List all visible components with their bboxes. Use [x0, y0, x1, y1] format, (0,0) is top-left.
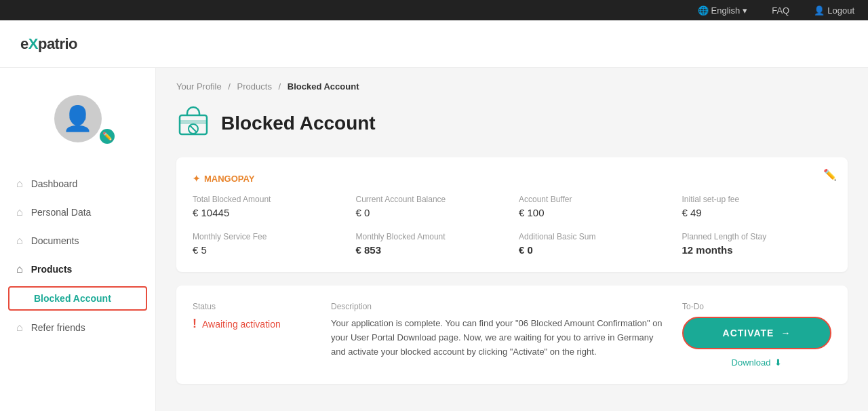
mangopay-logo: ✦ MANGOPAY: [193, 174, 831, 184]
activate-label: ACTIVATE: [723, 328, 774, 338]
logo-x: X: [28, 35, 38, 52]
info-label-setup-fee: Initial set-up fee: [682, 195, 832, 204]
description-text: Your application is complete. You can fi…: [331, 317, 666, 359]
avatar-edit-button[interactable]: ✏️: [100, 129, 115, 144]
breadcrumb-current: Blocked Account: [288, 81, 359, 92]
info-label-additional-basic: Additional Basic Sum: [519, 232, 669, 241]
mangopay-icon: ✦: [193, 174, 200, 184]
info-value-monthly-blocked: € 853: [356, 244, 382, 256]
avatar-section: 👤 ✏️: [0, 81, 155, 156]
svg-line-3: [190, 125, 197, 132]
download-icon: ⬇: [774, 357, 782, 368]
status-value-row: ! Awaiting activation: [193, 317, 315, 331]
arrow-right-icon: →: [781, 328, 791, 338]
header: eXpatrio: [0, 20, 868, 68]
globe-icon: 🌐: [698, 5, 709, 16]
todo-section: To-Do ACTIVATE → Download ⬇: [682, 302, 831, 368]
info-value-planned-stay: 12 months: [682, 244, 733, 256]
info-label-planned-stay: Planned Length of Stay: [682, 232, 832, 241]
layout: 👤 ✏️ ⌂ Dashboard ⌂ Personal Data ⌂ Docum…: [0, 68, 868, 411]
sidebar-item-refer-friends[interactable]: ⌂ Refer friends: [0, 313, 155, 342]
activate-button[interactable]: ACTIVATE →: [682, 317, 831, 349]
info-planned-stay: Planned Length of Stay 12 months: [682, 232, 832, 256]
info-value-current-balance: € 0: [356, 207, 370, 218]
sidebar-label-documents: Documents: [31, 235, 79, 246]
account-edit-button[interactable]: ✏️: [823, 168, 837, 181]
info-value-account-buffer: € 100: [519, 207, 545, 218]
page-title-row: Blocked Account: [176, 105, 848, 141]
refer-icon: ⌂: [16, 321, 23, 334]
info-additional-basic: Additional Basic Sum € 0: [519, 232, 669, 256]
sidebar-item-personal-data[interactable]: ⌂ Personal Data: [0, 198, 155, 227]
sidebar-item-documents[interactable]: ⌂ Documents: [0, 227, 155, 255]
info-value-total-blocked: € 10445: [193, 207, 229, 218]
info-value-additional-basic: € 0: [519, 244, 533, 256]
info-monthly-blocked: Monthly Blocked Amount € 853: [356, 232, 506, 256]
download-label: Download: [732, 357, 771, 368]
download-link[interactable]: Download ⬇: [682, 357, 831, 368]
sidebar-label-personal-data: Personal Data: [31, 207, 92, 218]
description-column-label: Description: [331, 302, 666, 311]
todo-column-label: To-Do: [682, 302, 831, 311]
top-bar: 🌐 English ▾ FAQ 👤 Logout: [0, 0, 868, 20]
main-content: Your Profile / Products / Blocked Accoun…: [156, 68, 868, 411]
avatar: 👤: [54, 95, 102, 142]
sidebar: 👤 ✏️ ⌂ Dashboard ⌂ Personal Data ⌂ Docum…: [0, 68, 156, 411]
sidebar-label-products: Products: [31, 264, 73, 275]
description-section: Description Your application is complete…: [331, 302, 666, 368]
info-monthly-fee: Monthly Service Fee € 5: [193, 232, 342, 256]
blocked-account-label: Blocked Account: [34, 293, 111, 304]
faq-link[interactable]: FAQ: [758, 0, 803, 20]
sidebar-label-refer: Refer friends: [31, 322, 85, 333]
breadcrumb-products[interactable]: Products: [237, 81, 272, 92]
info-current-balance: Current Account Balance € 0: [356, 195, 506, 218]
info-label-monthly-blocked: Monthly Blocked Amount: [356, 232, 506, 241]
breadcrumb: Your Profile / Products / Blocked Accoun…: [176, 81, 848, 92]
mangopay-label: MANGOPAY: [204, 174, 254, 184]
user-avatar-icon: 👤: [62, 104, 93, 133]
status-text: Awaiting activation: [202, 319, 281, 330]
sidebar-item-products[interactable]: ⌂ Products: [0, 255, 155, 283]
breadcrumb-profile[interactable]: Your Profile: [176, 81, 222, 92]
user-icon: 👤: [814, 5, 825, 16]
info-setup-fee: Initial set-up fee € 49: [682, 195, 832, 218]
logo[interactable]: eXpatrio: [20, 35, 77, 53]
breadcrumb-sep-1: /: [228, 81, 233, 92]
home-icon: ⌂: [16, 178, 23, 190]
page-title: Blocked Account: [221, 113, 376, 134]
logout-label: Logout: [827, 5, 854, 16]
sidebar-label-dashboard: Dashboard: [31, 178, 78, 189]
logout-button[interactable]: 👤 Logout: [814, 5, 854, 16]
sidebar-item-dashboard[interactable]: ⌂ Dashboard: [0, 170, 155, 198]
info-value-monthly-fee: € 5: [193, 244, 207, 256]
status-card: Status ! Awaiting activation Description…: [176, 286, 848, 384]
status-section: Status ! Awaiting activation: [193, 302, 315, 368]
info-account-buffer: Account Buffer € 100: [519, 195, 669, 218]
info-total-blocked: Total Blocked Amount € 10445: [193, 195, 342, 218]
chevron-down-icon: ▾: [743, 5, 747, 16]
account-info-card: ✏️ ✦ MANGOPAY Total Blocked Amount € 104…: [176, 157, 848, 272]
account-info-grid: Total Blocked Amount € 10445 Current Acc…: [193, 195, 831, 256]
status-column-label: Status: [193, 302, 315, 311]
documents-icon: ⌂: [16, 235, 23, 247]
info-label-account-buffer: Account Buffer: [519, 195, 669, 204]
products-icon: ⌂: [16, 263, 23, 275]
blocked-account-page-icon: [176, 105, 210, 141]
info-value-setup-fee: € 49: [682, 207, 702, 218]
info-label-monthly-fee: Monthly Service Fee: [193, 232, 342, 241]
info-label-current-balance: Current Account Balance: [356, 195, 506, 204]
personal-icon: ⌂: [16, 206, 23, 218]
language-label: English: [711, 5, 741, 16]
warning-icon: !: [193, 317, 197, 331]
sidebar-item-blocked-account[interactable]: Blocked Account: [8, 286, 147, 311]
status-grid: Status ! Awaiting activation Description…: [193, 302, 831, 368]
breadcrumb-sep-2: /: [279, 81, 283, 92]
info-label-total-blocked: Total Blocked Amount: [193, 195, 342, 204]
language-selector[interactable]: 🌐 English ▾: [698, 5, 748, 16]
